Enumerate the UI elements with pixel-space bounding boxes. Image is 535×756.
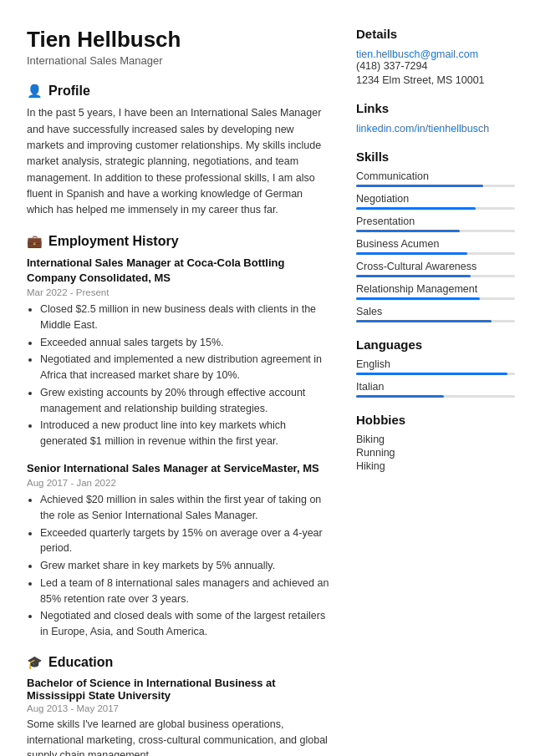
profile-title: Profile xyxy=(48,84,90,99)
language-label: English xyxy=(356,358,515,370)
skill-label: Business Acumen xyxy=(356,238,515,250)
candidate-name: Tien Hellbusch xyxy=(27,27,329,53)
language-bar-bg xyxy=(356,373,515,375)
education-title: Education xyxy=(48,655,113,670)
skill-item: Presentation xyxy=(356,216,515,232)
job-bullet: Grew existing accounts by 20% through ef… xyxy=(40,385,329,417)
skill-bar-fill xyxy=(356,185,483,187)
job-item: International Sales Manager at Coca-Cola… xyxy=(27,256,329,449)
job-bullet: Negotiated and closed deals with some of… xyxy=(40,608,329,640)
language-bar-fill xyxy=(356,395,444,398)
skill-bar-bg xyxy=(356,275,515,277)
languages-heading: Languages xyxy=(356,337,515,352)
languages-section: Languages EnglishItalian xyxy=(356,337,515,398)
skill-bar-bg xyxy=(356,207,515,210)
skill-label: Cross-Cultural Awareness xyxy=(356,261,515,272)
details-heading: Details xyxy=(356,27,515,41)
skill-label: Presentation xyxy=(356,216,515,227)
hobby-item: Running xyxy=(356,447,515,459)
language-item: Italian xyxy=(356,381,515,398)
job-date: Mar 2022 - Present xyxy=(27,287,329,297)
skill-item: Sales xyxy=(356,306,515,322)
skills-section: Skills CommunicationNegotiationPresentat… xyxy=(356,150,515,322)
resume-header: Tien Hellbusch International Sales Manag… xyxy=(27,27,329,67)
job-bullet: Exceeded annual sales targets by 15%. xyxy=(40,335,329,351)
skill-item: Negotiation xyxy=(356,193,515,210)
email-link[interactable]: tien.hellbusch@gmail.com xyxy=(356,48,478,60)
language-bar-fill xyxy=(356,373,507,375)
skill-label: Communication xyxy=(356,170,515,182)
skill-label: Relationship Management xyxy=(356,283,515,295)
skill-item: Business Acumen xyxy=(356,238,515,255)
skill-item: Relationship Management xyxy=(356,283,515,300)
profile-text: In the past 5 years, I have been an Inte… xyxy=(27,105,329,219)
job-item: Senior International Sales Manager at Se… xyxy=(27,461,329,640)
phone: (418) 337-7294 xyxy=(356,60,515,72)
language-label: Italian xyxy=(356,381,515,393)
skill-bar-fill xyxy=(356,230,460,232)
address: 1234 Elm Street, MS 10001 xyxy=(356,74,515,86)
skill-bar-bg xyxy=(356,297,515,300)
skill-bar-fill xyxy=(356,207,476,210)
hobbies-section: Hobbies BikingRunningHiking xyxy=(356,413,515,472)
job-title: International Sales Manager at Coca-Cola… xyxy=(27,256,329,286)
skill-bar-fill xyxy=(356,320,492,322)
hobby-item: Hiking xyxy=(356,460,515,472)
skill-item: Cross-Cultural Awareness xyxy=(356,261,515,277)
skill-bar-bg xyxy=(356,252,515,255)
job-bullet: Achieved $20 million in sales within the… xyxy=(40,492,329,524)
links-heading: Links xyxy=(356,101,515,115)
skill-item: Communication xyxy=(356,170,515,187)
links-section: Links linkedin.com/in/tienhellbusch xyxy=(356,101,515,134)
language-item: English xyxy=(356,358,515,375)
edu-date: Aug 2013 - May 2017 xyxy=(27,703,329,713)
hobby-item: Biking xyxy=(356,434,515,445)
education-section: 🎓 Education Bachelor of Science in Inter… xyxy=(27,655,329,756)
skill-bar-bg xyxy=(356,320,515,322)
profile-icon: 👤 xyxy=(27,84,43,99)
candidate-title: International Sales Manager xyxy=(27,54,329,67)
skill-bar-fill xyxy=(356,275,471,277)
skill-bar-bg xyxy=(356,230,515,232)
skill-bar-fill xyxy=(356,297,480,300)
skill-bar-fill xyxy=(356,252,467,255)
job-bullet: Led a team of 8 international sales mana… xyxy=(40,576,329,607)
edu-degree: Bachelor of Science in International Bus… xyxy=(27,677,329,702)
employment-icon: 💼 xyxy=(27,234,43,249)
profile-section: 👤 Profile In the past 5 years, I have be… xyxy=(27,84,329,219)
skill-label: Sales xyxy=(356,306,515,317)
job-bullet: Exceeded quarterly targets by 15% on ave… xyxy=(40,525,329,557)
job-bullet: Closed $2.5 million in new business deal… xyxy=(40,302,329,333)
job-title: Senior International Sales Manager at Se… xyxy=(27,461,329,476)
language-bar-bg xyxy=(356,395,515,398)
skill-label: Negotiation xyxy=(356,193,515,205)
job-date: Aug 2017 - Jan 2022 xyxy=(27,478,329,488)
edu-description: Some skills I've learned are global busi… xyxy=(27,717,329,756)
skills-heading: Skills xyxy=(356,150,515,164)
skill-bar-bg xyxy=(356,185,515,187)
employment-section: 💼 Employment History International Sales… xyxy=(27,234,329,640)
job-bullet: Negotiated and implemented a new distrib… xyxy=(40,352,329,383)
employment-title: Employment History xyxy=(48,234,179,249)
linkedin-link[interactable]: linkedin.com/in/tienhellbusch xyxy=(356,123,489,134)
education-icon: 🎓 xyxy=(27,655,43,670)
job-bullet: Grew market share in key markets by 5% a… xyxy=(40,558,329,574)
details-section: Details tien.hellbusch@gmail.com (418) 3… xyxy=(356,27,515,86)
hobbies-heading: Hobbies xyxy=(356,413,515,427)
job-bullet: Introduced a new product line into key m… xyxy=(40,418,329,449)
